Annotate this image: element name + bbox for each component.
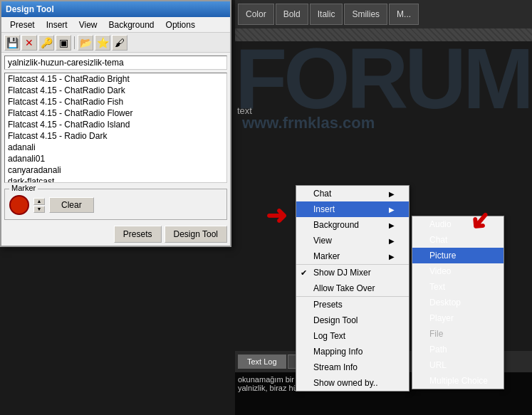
more-btn[interactable]: M... (389, 4, 419, 25)
ctx-background[interactable]: Background ▶ (296, 217, 409, 233)
current-theme-input[interactable] (4, 56, 227, 70)
ctx-design-tool[interactable]: Design Tool (296, 312, 409, 328)
italic-btn[interactable]: Italic (310, 4, 343, 25)
insert-submenu: Audio Chat Picture Video Text Desktop Pl… (412, 216, 504, 389)
list-item[interactable]: adanali (5, 142, 226, 153)
close-icon[interactable]: ✕ (21, 35, 37, 51)
list-item[interactable]: canyaradanali (5, 164, 226, 176)
clear-button[interactable]: Clear (49, 197, 94, 213)
separator-1 (74, 36, 75, 49)
key-icon[interactable]: 🔑 (38, 35, 54, 51)
ctx-chat[interactable]: Chat ▶ (296, 186, 409, 201)
menu-background[interactable]: Background (103, 19, 160, 31)
list-item[interactable]: Flatcast 4.15 - ChatRadio Island (5, 119, 226, 130)
submenu-arrow: ▶ (389, 221, 395, 229)
sub-player[interactable]: Player (412, 310, 504, 326)
marker-spinners: ▲ ▼ (33, 198, 45, 213)
watermark: FORUM (235, 36, 531, 121)
list-item[interactable]: Flatcast 4.15 - ChatRadio Bright (5, 73, 226, 85)
design-tool-button[interactable]: Design Tool (165, 226, 227, 243)
list-item[interactable]: Flatcast 4.15 - ChatRadio Flower (5, 107, 226, 119)
list-item[interactable]: Flatcast 4.15 - ChatRadio Fish (5, 96, 226, 107)
window-titlebar: Design Tool (1, 1, 230, 17)
sub-path[interactable]: Path (412, 342, 504, 357)
marker-legend: Marker (9, 184, 38, 192)
submenu-arrow: ▶ (389, 237, 395, 245)
tab-text-log[interactable]: Text Log (238, 354, 286, 369)
design-tool-window: Design Tool Preset Insert View Backgroun… (0, 0, 231, 247)
submenu-arrow: ▶ (389, 206, 395, 214)
themes-list[interactable]: Flatcast 4.15 - ChatRadio Bright Flatcas… (4, 73, 227, 183)
save-icon[interactable]: 💾 (4, 35, 20, 51)
list-item[interactable]: Flatcast 4.15 - Radio Dark (5, 130, 226, 142)
window-menubar: Preset Insert View Background Options (1, 17, 230, 33)
presets-button[interactable]: Presets (114, 226, 162, 243)
menu-options[interactable]: Options (160, 19, 201, 31)
spinner-down[interactable]: ▼ (33, 206, 45, 213)
ctx-show-owned-by[interactable]: Show owned by.. (296, 375, 409, 391)
watermark-url: www.frmklas.com (242, 114, 375, 132)
sub-video[interactable]: Video (412, 263, 504, 279)
bottom-buttons: Presets Design Tool (1, 223, 230, 246)
ctx-allow-take-over[interactable]: Allow Take Over (296, 280, 409, 296)
ctx-show-dj-mixer[interactable]: ✔ Show DJ Mixer (296, 264, 409, 280)
submenu-arrow: ▶ (389, 190, 395, 198)
sub-audio[interactable]: Audio (412, 216, 504, 232)
sub-file: File (412, 326, 504, 342)
color-btn[interactable]: Color (238, 4, 274, 25)
scroll-divider (235, 28, 532, 41)
submenu-arrow: ▶ (389, 253, 395, 261)
menu-preset[interactable]: Preset (4, 19, 41, 31)
open-icon[interactable]: 📂 (78, 35, 93, 51)
bold-btn[interactable]: Bold (276, 4, 308, 25)
check-icon: ✔ (301, 268, 307, 278)
spinner-up[interactable]: ▲ (33, 198, 45, 205)
sub-desktop[interactable]: Desktop (412, 295, 504, 310)
list-item[interactable]: Flatcast 4.15 - ChatRadio Dark (5, 85, 226, 96)
ctx-marker[interactable]: Marker ▶ (296, 248, 409, 264)
sub-url[interactable]: URL (412, 357, 504, 373)
ctx-view[interactable]: View ▶ (296, 233, 409, 248)
list-item[interactable]: dark-flatcast (5, 176, 226, 183)
window-toolbar: 💾 ✕ 🔑 ▣ 📂 ⭐ 🖌 (1, 33, 230, 53)
context-menu: Chat ▶ Insert ▶ Audio Chat Picture Video… (296, 185, 410, 392)
brush-icon[interactable]: 🖌 (112, 35, 127, 51)
ctx-presets[interactable]: Presets (296, 296, 409, 312)
sub-picture[interactable]: Picture (412, 248, 504, 263)
marker-inner: ▲ ▼ Clear (9, 195, 222, 215)
top-toolbar: Color Bold Italic Smilies M... (235, 0, 532, 28)
text-label: text (237, 105, 252, 116)
ctx-insert[interactable]: Insert ▶ Audio Chat Picture Video Text D… (296, 201, 409, 217)
star-icon[interactable]: ⭐ (95, 35, 110, 51)
ctx-log-text[interactable]: Log Text (296, 328, 409, 344)
ctx-stream-info[interactable]: Stream Info (296, 359, 409, 375)
smilies-btn[interactable]: Smilies (344, 4, 387, 25)
menu-insert[interactable]: Insert (41, 19, 73, 31)
list-item[interactable]: adanali01 (5, 153, 226, 164)
marker-dot[interactable] (9, 195, 29, 215)
sub-chat[interactable]: Chat (412, 232, 504, 248)
menu-view[interactable]: View (73, 19, 103, 31)
sub-text[interactable]: Text (412, 279, 504, 295)
themes-container: Flatcast 4.15 - ChatRadio Bright Flatcas… (1, 53, 230, 186)
select-icon[interactable]: ▣ (56, 35, 71, 51)
marker-section: Marker ▲ ▼ Clear (4, 189, 227, 220)
sub-multiple-choice[interactable]: Multiple Choice (412, 373, 504, 389)
window-title: Design Tool (6, 4, 54, 14)
ctx-mapping-info[interactable]: Mapping Info (296, 344, 409, 359)
